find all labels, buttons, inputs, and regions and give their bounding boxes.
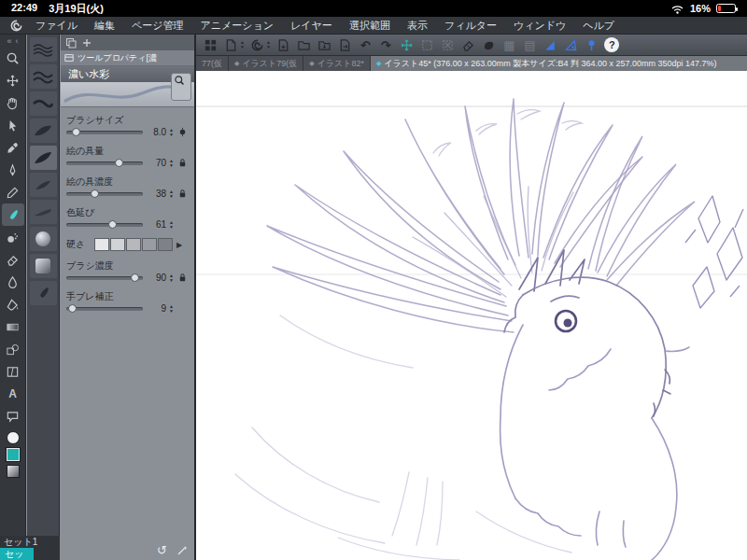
tool-hand[interactable] [2, 91, 24, 114]
slider-knob[interactable] [91, 189, 99, 198]
tool-blend[interactable] [2, 271, 24, 293]
reset-settings-icon[interactable]: ↺ [157, 543, 167, 557]
subtool-brush-tip-4[interactable] [30, 200, 57, 224]
clear-area-icon[interactable] [460, 36, 476, 53]
tool-move[interactable] [2, 69, 24, 91]
value-stepper[interactable]: ▲▼ [169, 304, 174, 314]
tool-set-label[interactable]: セット1 [0, 536, 60, 548]
slider-knob[interactable] [68, 304, 77, 313]
tab-document-2[interactable]: ◆ イラスト79(仮 [229, 56, 303, 71]
special-ruler-snap-icon[interactable] [563, 36, 579, 53]
tool-fill[interactable] [2, 293, 24, 315]
move-canvas-icon[interactable] [399, 36, 415, 53]
tool-pencil[interactable] [2, 181, 24, 203]
main-color-swatch[interactable] [7, 448, 20, 461]
tool-airbrush[interactable] [2, 226, 24, 248]
panel-header[interactable]: ツールプロパティ[濃 [61, 50, 194, 66]
menu-edit[interactable]: 編集 [86, 19, 123, 33]
tool-operation[interactable] [2, 114, 24, 136]
tool-brush-watercolor[interactable] [2, 203, 24, 226]
slider-track[interactable] [66, 307, 143, 311]
tool-balloon[interactable] [2, 405, 24, 427]
menu-file[interactable]: ファイル [27, 19, 86, 33]
value-stepper[interactable]: ▲▼ [169, 159, 174, 168]
deselect-icon[interactable] [440, 36, 456, 53]
subtool-brush-tip-2[interactable] [30, 146, 57, 170]
subtool-stroke-sample-3[interactable] [30, 91, 57, 116]
slider-track[interactable] [66, 276, 143, 280]
clip-studio-swirl-icon[interactable] [249, 36, 265, 53]
subtool-square[interactable] [30, 254, 57, 278]
preview-zoom-button[interactable] [171, 73, 191, 101]
tab-document-1[interactable]: 77(仮 [196, 56, 228, 71]
guide-pin-icon[interactable] [584, 36, 599, 53]
tool-zoom[interactable] [2, 47, 24, 69]
collapse-dock-button[interactable]: « ‹ [7, 35, 18, 47]
menu-window[interactable]: ウィンドウ [505, 19, 574, 33]
value-stepper[interactable]: ▲▼ [169, 128, 174, 137]
subtool-brush-tip-1[interactable] [30, 119, 57, 143]
new-canvas-icon[interactable] [275, 36, 291, 53]
rotate-stepper[interactable]: ▲▼ [240, 40, 245, 49]
value-stepper[interactable]: ▲▼ [169, 220, 174, 230]
slider-knob[interactable] [108, 220, 117, 229]
slider-track[interactable] [66, 223, 143, 227]
slider-track[interactable] [66, 161, 143, 165]
subtool-sphere[interactable] [30, 227, 57, 251]
slider-knob[interactable] [72, 128, 80, 136]
menu-animation[interactable]: アニメーション [192, 19, 283, 33]
tab-document-3[interactable]: ◆ イラスト82* [303, 56, 370, 71]
hardness-swatch[interactable] [94, 238, 109, 251]
hardness-swatch[interactable] [110, 238, 125, 251]
panel-view-icon[interactable]: ▤ [522, 36, 538, 53]
tool-gradient[interactable] [2, 315, 24, 338]
hardness-swatch[interactable] [158, 238, 173, 251]
slider-knob[interactable] [115, 159, 123, 167]
swirl-stepper[interactable]: ▲▼ [266, 40, 271, 49]
workspace-grid-icon[interactable] [203, 36, 218, 53]
open-folder-icon[interactable] [296, 36, 312, 53]
undo-icon[interactable]: ↶ [358, 36, 374, 53]
tool-eyedropper[interactable] [2, 136, 24, 159]
tool-frame[interactable] [2, 360, 24, 383]
value-stepper[interactable]: ▲▼ [169, 273, 174, 283]
color-history-swatch[interactable] [7, 465, 20, 478]
export-page-icon[interactable] [337, 36, 353, 53]
value-stepper[interactable]: ▲▼ [169, 189, 174, 199]
pressure-lock-icon[interactable] [176, 157, 189, 169]
hardness-swatch[interactable] [142, 238, 157, 251]
menu-help[interactable]: ヘルプ [574, 19, 623, 33]
fill-enclosed-icon[interactable] [481, 36, 497, 53]
tool-text[interactable]: A [2, 383, 24, 405]
subtool-stroke-sample-1[interactable] [30, 37, 57, 62]
menu-layer[interactable]: レイヤー [282, 19, 341, 33]
ruler-snap-icon[interactable]: ◢ [543, 36, 558, 53]
slider-track[interactable] [66, 131, 143, 134]
menu-view[interactable]: 表示 [399, 19, 436, 33]
grid-view-icon[interactable]: ▦ [501, 36, 517, 53]
tab-document-active[interactable]: ◆ イラスト45* (376.00 x 263.00mm 製本サイズ:B4 判 … [371, 56, 747, 71]
subtool-brush-tip-3[interactable] [30, 173, 57, 197]
hardness-more-button[interactable]: ▶ [176, 241, 182, 249]
tool-figure[interactable] [2, 338, 24, 360]
menu-filter[interactable]: フィルター [436, 19, 505, 33]
redo-icon[interactable]: ↷ [378, 36, 394, 53]
pressure-lock-icon[interactable] [176, 272, 189, 284]
pressure-lock-icon[interactable] [176, 188, 189, 200]
menu-page-manage[interactable]: ページ管理 [123, 19, 192, 33]
sub-color-swatch[interactable] [7, 431, 20, 444]
help-button[interactable]: ? [604, 37, 619, 52]
slider-knob[interactable] [131, 273, 139, 282]
subtool-stroke-sample-2[interactable] [30, 64, 57, 89]
slider-track[interactable] [66, 192, 143, 196]
save-folder-icon[interactable] [317, 36, 332, 53]
panel-window-icon[interactable] [65, 37, 77, 49]
wand-icon[interactable] [176, 544, 189, 556]
panel-add-icon[interactable] [81, 37, 92, 49]
canvas-area[interactable] [196, 71, 747, 560]
tool-set-tab[interactable]: セット [0, 548, 34, 560]
rotate-canvas-icon[interactable] [223, 36, 239, 53]
tool-eraser[interactable] [2, 248, 24, 271]
size-unit-icon[interactable] [176, 126, 189, 138]
menu-selection[interactable]: 選択範囲 [341, 19, 399, 33]
